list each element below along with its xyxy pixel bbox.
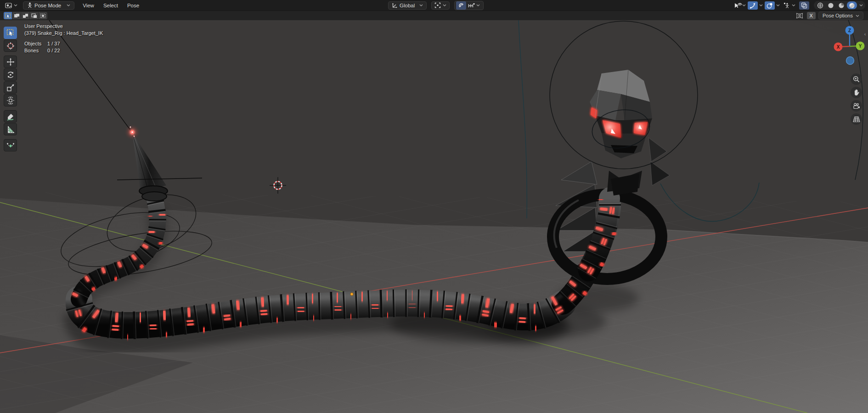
wireframe-shading-icon (817, 2, 823, 9)
menu-view[interactable]: View (78, 1, 99, 10)
select-mode-invert[interactable] (30, 12, 39, 19)
pivot-center-icon (434, 2, 441, 8)
chevron-down-icon (776, 4, 780, 6)
chevron-down-icon (67, 4, 70, 6)
stat-bones-value: 0 / 22 (47, 48, 60, 53)
nav-gizmo[interactable]: Z X Y (833, 24, 865, 70)
annotate-tool[interactable] (4, 110, 17, 123)
snap-increment-icon (468, 3, 475, 8)
annotate-pencil-icon (6, 112, 15, 121)
visibility-eye-cursor-icon (734, 2, 742, 9)
chevron-down-icon (742, 4, 746, 6)
shading-rendered-button[interactable] (847, 1, 857, 9)
cursor-tool[interactable] (4, 39, 17, 52)
svg-text:X: X (837, 45, 840, 50)
menu-select[interactable]: Select (99, 1, 123, 10)
snake-head (590, 70, 652, 195)
snap-toggle[interactable] (456, 1, 466, 10)
chevron-down-icon (859, 4, 863, 6)
select-mode-subtract[interactable] (21, 12, 30, 19)
orientation-label: Global (400, 3, 415, 8)
chevron-down-icon (443, 4, 446, 6)
blender-window: Pose Mode View Select Pose Global (0, 0, 868, 413)
scale-tool[interactable] (4, 81, 17, 94)
rotate-tool[interactable] (4, 68, 17, 81)
ortho-toggle-button[interactable] (851, 113, 862, 125)
tail-cone (132, 133, 168, 201)
select-set-icon (5, 13, 11, 18)
cursor-3d-icon (6, 42, 15, 50)
chevron-down-icon (856, 15, 859, 17)
menu-pose[interactable]: Pose (123, 1, 144, 10)
gizmo-icon (750, 2, 756, 9)
pose-options-dropdown[interactable]: Pose Options (818, 11, 863, 20)
chevron-down-icon (419, 4, 423, 6)
select-mode-set[interactable] (4, 12, 12, 19)
xray-toggle[interactable] (799, 1, 809, 10)
show-gizmos-toggle[interactable] (748, 1, 758, 10)
gizmo-axis-x[interactable]: X (834, 43, 843, 51)
snap-target-dropdown[interactable] (466, 3, 482, 8)
mirror-x-toggle[interactable]: X (807, 12, 816, 19)
object-visibility-dropdown[interactable] (734, 2, 746, 9)
origin-point (350, 293, 353, 296)
gizmo-axis-z-neg[interactable] (846, 57, 854, 65)
xray-icon (801, 2, 807, 9)
rendered-shading-icon (849, 2, 855, 9)
mode-selector-label: Pose Mode (34, 3, 61, 8)
mirror-butterfly-icon (796, 13, 804, 19)
transform-orientation-dropdown[interactable]: Global (388, 1, 427, 10)
breakdowner-icon (6, 142, 15, 149)
viewport-canvas[interactable]: User Perspective (379) Snake_Rig : Head_… (0, 20, 868, 413)
pan-button[interactable] (851, 87, 862, 98)
mode-selector-dropdown[interactable]: Pose Mode (23, 1, 74, 10)
view-perspective-label: User Perspective (24, 23, 103, 30)
svg-text:Z: Z (848, 28, 851, 33)
svg-text:Y: Y (859, 44, 862, 49)
chevron-down-icon (14, 4, 17, 6)
select-invert-icon (31, 13, 37, 18)
measure-tool[interactable] (4, 123, 17, 135)
armature-options-dropdown[interactable] (782, 1, 792, 10)
magnifier-plus-icon (853, 76, 860, 83)
stat-objects-label: Objects (24, 40, 47, 47)
hand-icon (853, 89, 860, 96)
scene-stats: Objects1 / 37 Bones0 / 22 (24, 40, 103, 54)
zoom-button[interactable] (851, 73, 862, 85)
stat-objects-value: 1 / 37 (47, 41, 60, 46)
active-object-label: (379) Snake_Rig : Head_Target_IK (24, 30, 103, 37)
shading-wireframe-button[interactable] (815, 1, 825, 9)
select-mode-extend[interactable] (12, 12, 21, 19)
show-overlays-toggle[interactable] (765, 1, 775, 10)
sidebar-collapse-arrow[interactable]: ‹ (862, 30, 868, 38)
chevron-down-icon (476, 4, 480, 6)
viewport-info-overlay: User Perspective (379) Snake_Rig : Head_… (24, 23, 103, 54)
select-box-tool[interactable] (4, 27, 17, 39)
pose-breakdowner-tool[interactable] (4, 139, 17, 151)
select-mode-intersect[interactable] (39, 12, 47, 19)
head-control-wires (518, 0, 863, 221)
tool-settings-bar: X Pose Options (0, 11, 868, 20)
solid-shading-icon (828, 2, 834, 9)
camera-view-button[interactable] (851, 100, 862, 112)
gizmo-axis-z[interactable]: Z (845, 26, 854, 35)
shading-material-button[interactable] (836, 1, 846, 9)
armature-figure-icon (783, 2, 790, 9)
move-icon (6, 58, 15, 66)
magnet-icon (458, 2, 464, 8)
pivot-point-dropdown[interactable] (431, 1, 450, 10)
gizmo-axis-y[interactable]: Y (856, 42, 865, 50)
move-tool[interactable] (4, 56, 17, 68)
shading-solid-button[interactable] (826, 1, 836, 9)
select-box-icon (6, 29, 15, 37)
transform-tool[interactable] (4, 94, 17, 106)
select-extend-icon (14, 13, 20, 18)
toolbar (4, 27, 17, 151)
editor-type-button[interactable] (2, 1, 20, 10)
editor-type-icon (5, 2, 12, 9)
select-subtract-icon (23, 13, 28, 18)
grid-perspective-icon (853, 116, 860, 123)
cursor-3d (270, 177, 286, 194)
scene-svg (0, 0, 868, 413)
orientation-axes-icon (392, 2, 398, 8)
